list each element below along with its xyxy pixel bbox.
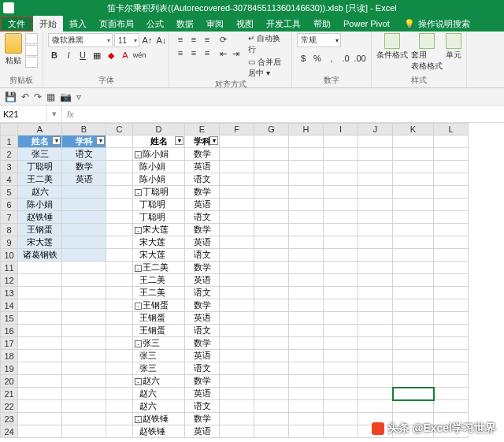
- cell-K3[interactable]: [393, 161, 434, 173]
- cell-A21[interactable]: [18, 388, 62, 400]
- copy-button[interactable]: [25, 45, 38, 56]
- cell-F10[interactable]: [220, 249, 254, 262]
- collapse-icon[interactable]: -: [135, 265, 142, 272]
- cell-E5[interactable]: 数学: [185, 186, 220, 199]
- cell-I15[interactable]: [324, 312, 358, 325]
- cell-H22[interactable]: [289, 400, 324, 413]
- row-header-7[interactable]: 7: [1, 211, 18, 224]
- redo-icon[interactable]: ↷: [34, 91, 42, 102]
- cell-G1[interactable]: [254, 136, 289, 148]
- select-all-corner[interactable]: [1, 124, 18, 136]
- align-top-button[interactable]: ≡: [174, 33, 187, 46]
- cell-I10[interactable]: [324, 249, 358, 262]
- cell-G9[interactable]: [254, 236, 289, 249]
- cell-D6[interactable]: 丁聪明: [133, 199, 185, 211]
- cell-C7[interactable]: [106, 211, 133, 224]
- col-header-I[interactable]: I: [324, 124, 358, 136]
- cell-B24[interactable]: [62, 425, 106, 438]
- cell-I7[interactable]: [324, 211, 358, 224]
- cell-D14[interactable]: -王钢蛋: [133, 299, 185, 312]
- col-header-F[interactable]: F: [220, 124, 254, 136]
- cell-K7[interactable]: [393, 211, 434, 224]
- cell-E17[interactable]: 数学: [185, 337, 220, 350]
- cell-J9[interactable]: [358, 236, 393, 249]
- cell-L11[interactable]: [434, 262, 469, 274]
- cell-K10[interactable]: [393, 249, 434, 262]
- cell-H8[interactable]: [289, 224, 324, 236]
- cell-D1[interactable]: 姓名▾: [133, 136, 185, 148]
- decrease-decimal-button[interactable]: .00: [354, 52, 366, 65]
- cell-J13[interactable]: [358, 287, 393, 299]
- cell-H5[interactable]: [289, 186, 324, 199]
- cell-L16[interactable]: [434, 325, 469, 337]
- cell-A15[interactable]: [18, 312, 62, 325]
- cell-C23[interactable]: [106, 413, 133, 425]
- orientation-button[interactable]: ⟳: [217, 33, 229, 46]
- cell-L13[interactable]: [434, 287, 469, 299]
- cell-H24[interactable]: [289, 425, 324, 438]
- undo-icon[interactable]: ↶: [21, 91, 29, 102]
- cell-D16[interactable]: 王钢蛋: [133, 325, 185, 337]
- cell-L22[interactable]: [434, 400, 469, 413]
- cell-B7[interactable]: [62, 211, 106, 224]
- col-header-H[interactable]: H: [289, 124, 324, 136]
- cell-F6[interactable]: [220, 199, 254, 211]
- cell-K12[interactable]: [393, 274, 434, 287]
- cell-D15[interactable]: 王钢蛋: [133, 312, 185, 325]
- cancel-icon[interactable]: ▾: [52, 109, 57, 119]
- cell-H9[interactable]: [289, 236, 324, 249]
- cell-J1[interactable]: [358, 136, 393, 148]
- cell-C15[interactable]: [106, 312, 133, 325]
- cell-C18[interactable]: [106, 350, 133, 362]
- cell-H3[interactable]: [289, 161, 324, 173]
- cell-A17[interactable]: [18, 337, 62, 350]
- cell-E1[interactable]: 学科▾: [185, 136, 220, 148]
- cell-K6[interactable]: [393, 199, 434, 211]
- cell-G16[interactable]: [254, 325, 289, 337]
- cell-B20[interactable]: [62, 375, 106, 388]
- cell-D8[interactable]: -宋大莲: [133, 224, 185, 236]
- cell-F8[interactable]: [220, 224, 254, 236]
- tab-file[interactable]: 文件: [1, 17, 32, 31]
- cell-B15[interactable]: [62, 312, 106, 325]
- merge-center-button[interactable]: ▭ 合并后居中 ▾: [248, 57, 287, 79]
- cell-I5[interactable]: [324, 186, 358, 199]
- cell-A10[interactable]: 诸葛钢铁: [18, 249, 62, 262]
- row-header-5[interactable]: 5: [1, 186, 18, 199]
- row-header-12[interactable]: 12: [1, 274, 18, 287]
- cell-B22[interactable]: [62, 400, 106, 413]
- cell-C4[interactable]: [106, 173, 133, 186]
- cell-L3[interactable]: [434, 161, 469, 173]
- cell-I13[interactable]: [324, 287, 358, 299]
- cell-C1[interactable]: [106, 136, 133, 148]
- cell-A6[interactable]: 陈小娟: [18, 199, 62, 211]
- cell-H11[interactable]: [289, 262, 324, 274]
- cell-C10[interactable]: [106, 249, 133, 262]
- cell-D2[interactable]: -陈小娟: [133, 148, 185, 161]
- cell-A22[interactable]: [18, 400, 62, 413]
- cell-K20[interactable]: [393, 375, 434, 388]
- cell-B3[interactable]: 数学: [62, 161, 106, 173]
- cell-E10[interactable]: 语文: [185, 249, 220, 262]
- cell-J6[interactable]: [358, 199, 393, 211]
- cell-L15[interactable]: [434, 312, 469, 325]
- cell-D7[interactable]: 丁聪明: [133, 211, 185, 224]
- cell-G3[interactable]: [254, 161, 289, 173]
- row-header-1[interactable]: 1: [1, 136, 18, 148]
- underline-button[interactable]: U: [76, 49, 89, 61]
- collapse-icon[interactable]: -: [135, 151, 142, 158]
- cell-B18[interactable]: [62, 350, 106, 362]
- cell-A9[interactable]: 宋大莲: [18, 236, 62, 249]
- cell-I20[interactable]: [324, 375, 358, 388]
- row-header-22[interactable]: 22: [1, 400, 18, 413]
- cell-J8[interactable]: [358, 224, 393, 236]
- cell-H20[interactable]: [289, 375, 324, 388]
- cell-F15[interactable]: [220, 312, 254, 325]
- cell-J3[interactable]: [358, 161, 393, 173]
- cell-D3[interactable]: 陈小娟: [133, 161, 185, 173]
- cell-K19[interactable]: [393, 362, 434, 375]
- cell-F5[interactable]: [220, 186, 254, 199]
- cell-B19[interactable]: [62, 362, 106, 375]
- cell-C8[interactable]: [106, 224, 133, 236]
- cell-J12[interactable]: [358, 274, 393, 287]
